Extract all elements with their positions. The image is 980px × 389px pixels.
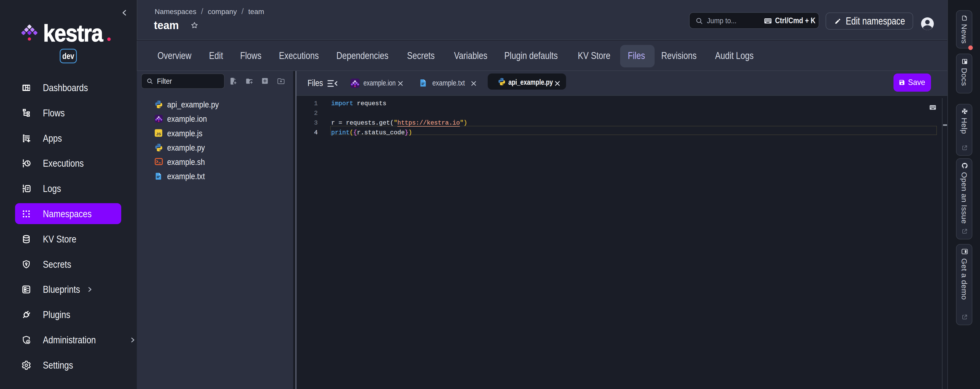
svg-text:JS: JS [156, 131, 161, 136]
svg-text:kestra: kestra [43, 22, 103, 44]
